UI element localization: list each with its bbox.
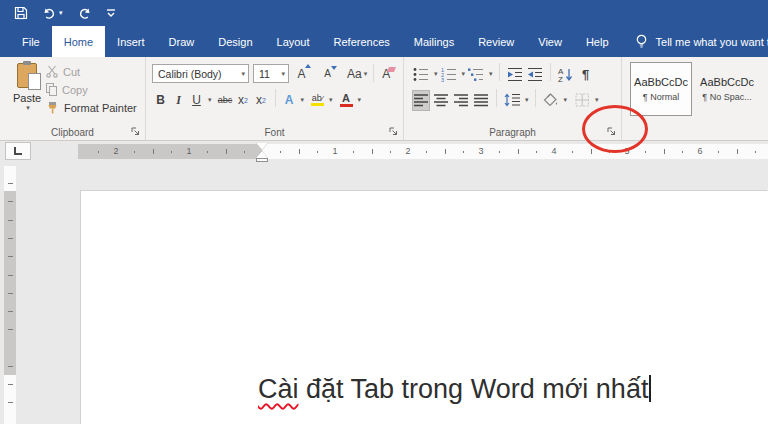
- font-color-caret[interactable]: ▾: [358, 96, 362, 104]
- style-name: ¶ Normal: [643, 92, 679, 102]
- multilevel-caret[interactable]: ▾: [489, 70, 493, 78]
- save-icon[interactable]: [14, 5, 28, 21]
- line-spacing-caret[interactable]: ▾: [525, 96, 529, 104]
- strikethrough-button[interactable]: abc: [217, 90, 234, 111]
- align-left-button[interactable]: [412, 90, 430, 111]
- document-text[interactable]: đặt Tab trong Word mới nhất: [299, 374, 649, 404]
- justify-button[interactable]: [472, 90, 490, 111]
- tab-file[interactable]: File: [10, 26, 52, 57]
- copy-button[interactable]: Copy: [46, 83, 137, 96]
- paragraph-dialog-launcher[interactable]: [605, 125, 617, 137]
- increase-indent-button[interactable]: [526, 64, 544, 85]
- shrink-font-button[interactable]: A: [319, 63, 336, 84]
- borders-caret[interactable]: ▾: [595, 96, 599, 104]
- left-tab-icon: [14, 147, 22, 155]
- style-preview: AaBbCcDc: [634, 76, 688, 88]
- line-spacing-button[interactable]: [503, 90, 521, 111]
- numbering-button[interactable]: 123: [440, 64, 458, 85]
- paste-label: Paste: [13, 92, 41, 104]
- text-highlight-button[interactable]: ab⁄: [309, 90, 326, 111]
- paste-icon: [17, 63, 37, 88]
- change-case-button[interactable]: Aa▾: [347, 63, 367, 84]
- align-right-icon: [454, 94, 469, 107]
- align-right-button[interactable]: [452, 90, 470, 111]
- paste-button[interactable]: Paste ▾: [8, 63, 46, 125]
- clear-formatting-button[interactable]: A: [380, 63, 397, 84]
- ruler-number: 4: [551, 146, 556, 156]
- align-center-button[interactable]: [432, 90, 450, 111]
- sort-icon: AZ: [558, 67, 573, 82]
- bottom-strip: [0, 424, 768, 432]
- style-heading1-partial[interactable]: A H: [762, 62, 768, 116]
- text-effects-button[interactable]: A: [281, 90, 298, 111]
- bullets-button[interactable]: [412, 64, 430, 85]
- subscript-button[interactable]: x2: [235, 90, 252, 111]
- numbering-caret[interactable]: ▾: [462, 70, 466, 78]
- tab-help[interactable]: Help: [574, 26, 621, 57]
- underline-button[interactable]: U: [188, 90, 205, 111]
- tab-layout[interactable]: Layout: [265, 26, 322, 57]
- redo-icon[interactable]: [77, 5, 92, 21]
- tab-home[interactable]: Home: [52, 26, 105, 57]
- bullets-icon: [413, 67, 429, 82]
- tell-me-search[interactable]: Tell me what you want to do: [635, 26, 768, 57]
- document-text-line[interactable]: Cài đặt Tab trong Word mới nhất: [258, 374, 651, 405]
- first-line-indent-marker[interactable]: [256, 143, 268, 150]
- horizontal-ruler[interactable]: 2 1 1 2 3 4 5 6: [78, 144, 768, 159]
- word-application-window: ▾ File Home Insert Draw Design Layout Re…: [0, 0, 768, 432]
- cut-button[interactable]: Cut: [46, 65, 137, 78]
- tab-draw[interactable]: Draw: [157, 26, 207, 57]
- hanging-indent-marker[interactable]: [256, 151, 268, 158]
- undo-dropdown-caret[interactable]: ▾: [59, 9, 63, 17]
- highlight-caret[interactable]: ▾: [329, 96, 333, 104]
- ruler-row: 2 1 1 2 3 4 5 6: [0, 141, 768, 162]
- ribbon-tab-bar: File Home Insert Draw Design Layout Refe…: [0, 26, 768, 57]
- tab-stop-selector[interactable]: [5, 142, 31, 160]
- show-hide-formatting-button[interactable]: ¶: [577, 64, 595, 85]
- bold-button[interactable]: B: [152, 90, 169, 111]
- tab-references[interactable]: References: [322, 26, 402, 57]
- multilevel-list-button[interactable]: [467, 64, 485, 85]
- format-painter-label: Format Painter: [64, 102, 137, 114]
- tab-review[interactable]: Review: [466, 26, 526, 57]
- font-color-button[interactable]: A: [338, 90, 355, 111]
- text-cursor: [649, 375, 651, 402]
- indent-markers[interactable]: [255, 143, 269, 162]
- decrease-indent-button[interactable]: [506, 64, 524, 85]
- font-size-combobox[interactable]: 11 ▾: [253, 64, 289, 83]
- tab-mailings[interactable]: Mailings: [402, 26, 466, 57]
- undo-icon[interactable]: ▾: [42, 5, 63, 21]
- paragraph-group: ▾ 123 ▾ ▾ AZ ¶: [404, 57, 622, 140]
- grow-font-button[interactable]: A: [293, 63, 310, 84]
- misspelled-word[interactable]: Cài: [258, 374, 299, 404]
- tab-insert[interactable]: Insert: [105, 26, 157, 57]
- shading-caret[interactable]: ▾: [564, 96, 568, 104]
- styles-gallery: AaBbCcDc ¶ Normal AaBbCcDc ¶ No Spac... …: [630, 62, 768, 116]
- underline-dropdown-caret[interactable]: ▾: [208, 96, 212, 104]
- shading-button[interactable]: [542, 90, 560, 111]
- bullets-caret[interactable]: ▾: [434, 70, 438, 78]
- italic-button[interactable]: I: [170, 90, 187, 111]
- paint-bucket-icon: [543, 93, 559, 107]
- quick-access-toolbar: ▾: [14, 5, 116, 21]
- superscript-button[interactable]: x2: [253, 90, 270, 111]
- line-spacing-icon: [504, 93, 520, 107]
- tab-design[interactable]: Design: [206, 26, 264, 57]
- text-effects-caret[interactable]: ▾: [301, 96, 305, 104]
- style-no-spacing[interactable]: AaBbCcDc ¶ No Spac...: [696, 62, 758, 116]
- tab-view[interactable]: View: [526, 26, 574, 57]
- borders-icon: [575, 93, 590, 107]
- svg-text:3: 3: [441, 77, 444, 83]
- clipboard-group: Paste ▾ Cut Copy Format Painter Clipboar…: [0, 57, 146, 140]
- paste-dropdown-caret[interactable]: ▾: [26, 104, 30, 112]
- font-dialog-launcher[interactable]: [387, 125, 399, 137]
- document-page[interactable]: Cài đặt Tab trong Word mới nhất: [81, 191, 768, 432]
- style-normal[interactable]: AaBbCcDc ¶ Normal: [630, 62, 692, 116]
- borders-button[interactable]: [573, 90, 591, 111]
- customize-quick-access-icon[interactable]: [106, 5, 116, 21]
- sort-button[interactable]: AZ: [557, 64, 575, 85]
- font-name-combobox[interactable]: Calibri (Body) ▾: [152, 64, 249, 83]
- vertical-ruler[interactable]: [4, 166, 16, 424]
- format-painter-button[interactable]: Format Painter: [46, 101, 137, 114]
- clipboard-dialog-launcher[interactable]: [129, 125, 141, 137]
